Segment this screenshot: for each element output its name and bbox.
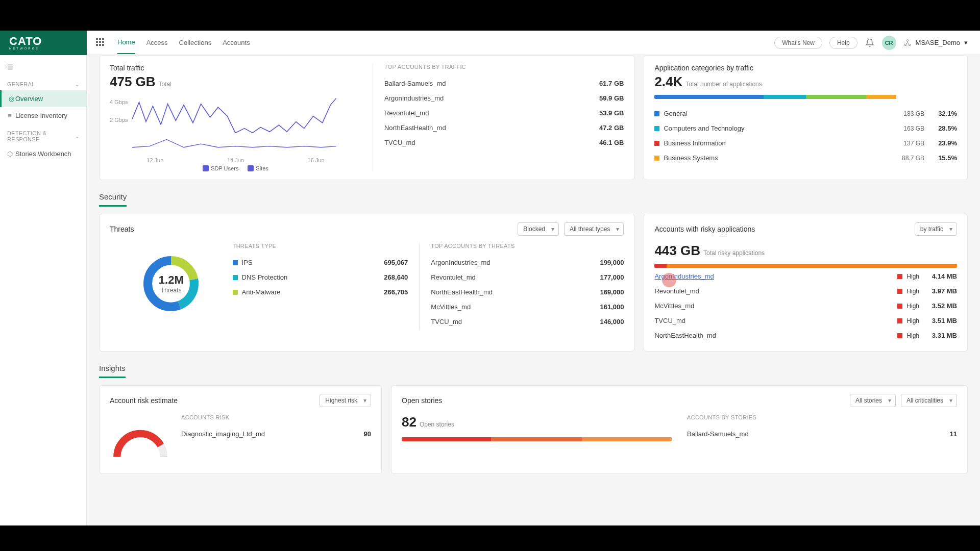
risk-sort-select[interactable]: Highest risk — [320, 394, 371, 407]
list-item[interactable]: McVittles_md161,000 — [431, 299, 624, 314]
list-item[interactable]: NorthEastHealth_md169,000 — [431, 285, 624, 299]
nav-accounts[interactable]: Accounts — [223, 39, 250, 46]
target-icon: ◎ — [8, 95, 15, 103]
traffic-line-chart: 4 Gbps 2 Gbps — [110, 94, 361, 155]
brand-name: CATO — [9, 36, 42, 47]
card-title: Threats — [110, 225, 134, 233]
list-item[interactable]: Revontulet_mdHigh3.97 MB — [654, 284, 957, 298]
list-item[interactable]: DNS Protection268,640 — [233, 270, 408, 285]
card-title: Total traffic — [110, 64, 361, 72]
user-avatar[interactable]: CR — [882, 36, 896, 50]
chevron-down-icon: ▾ — [964, 39, 968, 46]
chevron-down-icon: ⌄ — [75, 134, 79, 139]
apps-distribution-bar — [654, 95, 957, 99]
svg-point-1 — [904, 44, 906, 45]
sidebar-item-license-inventory[interactable]: ≡License Inventory — [0, 107, 86, 124]
notifications-icon[interactable] — [865, 38, 875, 48]
hierarchy-icon — [903, 39, 912, 47]
threats-type-title: THREATS TYPE — [233, 243, 408, 249]
list-item[interactable]: NorthEastHealth_md47.2 GB — [384, 120, 624, 135]
apps-sub: Total number of applications — [685, 81, 762, 88]
main-content: Total traffic 475 GBTotal 4 Gbps 2 Gbps … — [87, 55, 980, 525]
criticality-filter-select[interactable]: All criticalities — [901, 394, 957, 407]
risky-sort-select[interactable]: by traffic — [915, 222, 957, 236]
sidebar-group-general[interactable]: GENERAL⌄ — [0, 75, 86, 90]
list-item[interactable]: IPS695,067 — [233, 255, 408, 270]
risk-gauge — [110, 419, 171, 465]
sidebar-group-detection[interactable]: DETECTION & RESPONSE⌄ — [0, 124, 86, 145]
nav-collections[interactable]: Collections — [179, 39, 212, 46]
traffic-value: 475 GB — [110, 74, 156, 89]
list-item[interactable]: TVCU_mdHigh3.51 MB — [654, 313, 957, 328]
account-risk-card: Account risk estimate Highest risk ACCOU… — [99, 385, 382, 474]
accounts-stories-title: ACCOUNTS BY STORIES — [687, 414, 957, 420]
section-title-insights: Insights — [99, 364, 126, 378]
risky-distribution-bar — [654, 264, 957, 268]
list-item[interactable]: Diagnostic_imaging_Ltd_md90 — [181, 427, 371, 441]
list-item[interactable]: Revontulet_md53.9 GB — [384, 106, 624, 120]
accounts-risk-title: ACCOUNTS RISK — [181, 414, 371, 420]
open-value: 82 — [402, 414, 416, 430]
card-title: Account risk estimate — [110, 396, 178, 405]
sidebar-item-overview[interactable]: ◎Overview — [0, 90, 86, 107]
threats-status-select[interactable]: Blocked — [518, 222, 559, 236]
apps-grid-icon[interactable] — [96, 38, 106, 48]
menu-toggle-icon[interactable]: ☰ — [0, 59, 86, 75]
list-item[interactable]: ArgonIndustries_md199,000 — [431, 255, 624, 270]
brand-logo[interactable]: CATO NETWORKS — [0, 31, 87, 55]
card-title: Accounts with risky applications — [654, 225, 755, 233]
list-item[interactable]: McVittles_mdHigh3.52 MB — [654, 298, 957, 313]
list-item[interactable]: TVCU_md146,000 — [431, 314, 624, 329]
list-item[interactable]: General183 GB32.1% — [654, 106, 957, 121]
threats-card: Threats Blocked All threat types — [99, 214, 634, 352]
sidebar-item-stories-workbench[interactable]: ⬡Stories Workbench — [0, 145, 86, 162]
account-selector[interactable]: MSASE_Demo ▾ — [903, 39, 968, 47]
list-item[interactable]: ArgonIndustries_md59.9 GB — [384, 91, 624, 106]
nav-access[interactable]: Access — [146, 39, 168, 46]
nav-home[interactable]: Home — [117, 38, 135, 54]
app-categories-card: Application categories by traffic 2.4KTo… — [644, 55, 968, 180]
legend-sdp-users[interactable]: SDP Users — [203, 165, 238, 171]
list-icon: ≡ — [6, 112, 13, 119]
threats-type-select[interactable]: All threat types — [564, 222, 624, 236]
section-title-security: Security — [99, 192, 127, 207]
open-sub: Open stories — [420, 421, 454, 428]
whats-new-button[interactable]: What's New — [774, 37, 822, 49]
traffic-sub: Total — [159, 81, 172, 88]
header: CATO NETWORKS Home Access Collections Ac… — [0, 31, 980, 55]
brand-sub: NETWORKS — [9, 47, 42, 50]
threats-donut-chart: 1.2MThreats — [140, 253, 202, 314]
legend-sites[interactable]: Sites — [248, 165, 268, 171]
risky-sub: Total risky applications — [703, 249, 765, 257]
list-item[interactable]: Business Systems88.7 GB15.5% — [654, 151, 957, 165]
list-item[interactable]: ArgonIndustries_mdHigh4.14 MB — [654, 269, 957, 284]
list-item[interactable]: TVCU_md46.1 GB — [384, 135, 624, 150]
card-title: Open stories — [402, 396, 442, 405]
risky-value: 443 GB — [654, 243, 700, 258]
risky-apps-card: Accounts with risky applications by traf… — [644, 214, 968, 352]
open-stories-card: Open stories All stories All criticaliti… — [391, 385, 968, 474]
top-accounts-title: TOP ACCOUNTS BY TRAFFIC — [384, 64, 624, 70]
card-title: Application categories by traffic — [654, 64, 957, 72]
svg-point-2 — [909, 44, 910, 45]
help-button[interactable]: Help — [829, 37, 857, 49]
total-traffic-card: Total traffic 475 GBTotal 4 Gbps 2 Gbps … — [99, 55, 634, 180]
stories-filter-select[interactable]: All stories — [850, 394, 896, 407]
chevron-down-icon: ⌄ — [75, 82, 79, 87]
list-item[interactable]: Ballard-Samuels_md11 — [687, 427, 957, 441]
list-item[interactable]: Anti-Malware266,705 — [233, 285, 408, 299]
list-item[interactable]: NorthEastHealth_mdHigh3.31 MB — [654, 328, 957, 343]
open-distribution-bar — [402, 437, 672, 441]
list-item[interactable]: Business Information137 GB23.9% — [654, 136, 957, 151]
list-item[interactable]: Computers and Technology163 GB28.5% — [654, 121, 957, 136]
account-name: MSASE_Demo — [916, 39, 960, 46]
apps-value: 2.4K — [654, 74, 682, 89]
list-item[interactable]: Revontulet_md177,000 — [431, 270, 624, 285]
list-item[interactable]: Ballard-Samuels_md61.7 GB — [384, 76, 624, 91]
top-threats-title: TOP ACCOUNTS BY THREATS — [431, 243, 624, 249]
svg-point-0 — [906, 39, 908, 41]
sidebar: ☰ GENERAL⌄ ◎Overview ≡License Inventory … — [0, 55, 87, 525]
hex-icon: ⬡ — [6, 151, 13, 158]
